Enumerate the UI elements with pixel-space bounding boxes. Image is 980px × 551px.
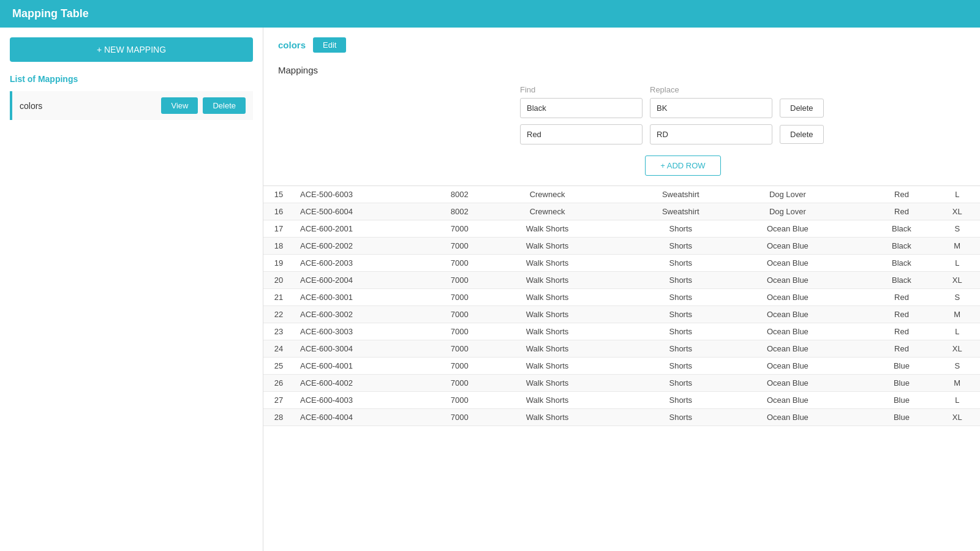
cell-color: Red	[869, 323, 934, 340]
table-row: 26 ACE-600-4002 7000 Walk Shorts Shorts …	[263, 375, 980, 392]
mapping-list-item: colors View Delete	[10, 91, 253, 120]
cell-style: Walk Shorts	[491, 289, 605, 306]
cell-sku: ACE-500-6004	[294, 203, 429, 220]
cell-col8	[843, 323, 869, 340]
cell-sku: ACE-600-4002	[294, 375, 429, 392]
cell-col8	[843, 203, 869, 220]
cell-num: 27	[263, 392, 294, 409]
cell-style: Walk Shorts	[491, 255, 605, 272]
cell-type: Sweatshirt	[630, 203, 732, 220]
new-mapping-button[interactable]: + NEW MAPPING	[10, 37, 253, 62]
cell-color: Black	[869, 220, 934, 238]
cell-col5	[604, 203, 629, 220]
cell-code: 7000	[429, 323, 491, 340]
cell-sku: ACE-600-4001	[294, 358, 429, 375]
mapping-row-1: Delete	[520, 124, 965, 144]
cell-type: Shorts	[630, 409, 732, 426]
cell-theme: Ocean Blue	[732, 323, 843, 340]
cell-type: Shorts	[630, 340, 732, 358]
cell-size: M	[935, 306, 980, 323]
cell-size: XL	[935, 272, 980, 289]
cell-style: Walk Shorts	[491, 238, 605, 255]
cell-sku: ACE-600-3002	[294, 306, 429, 323]
cell-color: Blue	[869, 409, 934, 426]
table-row: 20 ACE-600-2004 7000 Walk Shorts Shorts …	[263, 272, 980, 289]
delete-mapping-button[interactable]: Delete	[203, 97, 246, 114]
cell-col5	[604, 306, 629, 323]
cell-theme: Ocean Blue	[732, 409, 843, 426]
cell-style: Walk Shorts	[491, 306, 605, 323]
delete-row-1-button[interactable]: Delete	[780, 125, 824, 144]
cell-color: Blue	[869, 375, 934, 392]
mapping-row-0: Delete	[520, 98, 965, 118]
table-row: 17 ACE-600-2001 7000 Walk Shorts Shorts …	[263, 220, 980, 238]
cell-col8	[843, 409, 869, 426]
cell-code: 7000	[429, 392, 491, 409]
table-row: 23 ACE-600-3003 7000 Walk Shorts Shorts …	[263, 323, 980, 340]
cell-code: 7000	[429, 255, 491, 272]
cell-sku: ACE-600-4004	[294, 409, 429, 426]
cell-size: L	[935, 255, 980, 272]
cell-col5	[604, 272, 629, 289]
cell-col8	[843, 375, 869, 392]
replace-input-1[interactable]	[650, 124, 772, 144]
cell-style: Walk Shorts	[491, 409, 605, 426]
cell-style: Walk Shorts	[491, 272, 605, 289]
cell-theme: Ocean Blue	[732, 392, 843, 409]
cell-style: Walk Shorts	[491, 340, 605, 358]
cell-code: 7000	[429, 340, 491, 358]
table-row: 24 ACE-600-3004 7000 Walk Shorts Shorts …	[263, 340, 980, 358]
mappings-section-title: Mappings	[278, 65, 965, 75]
cell-num: 19	[263, 255, 294, 272]
cell-num: 23	[263, 323, 294, 340]
sidebar: + NEW MAPPING List of Mappings colors Vi…	[0, 28, 263, 551]
table-row: 21 ACE-600-3001 7000 Walk Shorts Shorts …	[263, 289, 980, 306]
cell-num: 15	[263, 186, 294, 203]
cell-num: 25	[263, 358, 294, 375]
cell-color: Blue	[869, 358, 934, 375]
cell-code: 7000	[429, 220, 491, 238]
cell-sku: ACE-500-6003	[294, 186, 429, 203]
cell-theme: Ocean Blue	[732, 289, 843, 306]
view-mapping-button[interactable]: View	[161, 97, 198, 114]
add-row-button[interactable]: + ADD ROW	[645, 156, 720, 176]
cell-num: 18	[263, 238, 294, 255]
table-row: 18 ACE-600-2002 7000 Walk Shorts Shorts …	[263, 238, 980, 255]
cell-color: Blue	[869, 392, 934, 409]
find-input-0[interactable]	[520, 98, 643, 118]
delete-row-0-button[interactable]: Delete	[780, 99, 824, 118]
cell-num: 21	[263, 289, 294, 306]
cell-code: 7000	[429, 375, 491, 392]
find-input-1[interactable]	[520, 124, 643, 144]
table-row: 25 ACE-600-4001 7000 Walk Shorts Shorts …	[263, 358, 980, 375]
right-panel: colors Edit Mappings Find Replace Delete…	[263, 28, 980, 551]
replace-input-0[interactable]	[650, 98, 772, 118]
cell-col8	[843, 255, 869, 272]
data-table-container[interactable]: 15 ACE-500-6003 8002 Crewneck Sweatshirt…	[263, 186, 980, 551]
cell-type: Shorts	[630, 375, 732, 392]
cell-style: Walk Shorts	[491, 220, 605, 238]
cell-color: Black	[869, 255, 934, 272]
table-row: 28 ACE-600-4004 7000 Walk Shorts Shorts …	[263, 409, 980, 426]
detail-header: colors Edit	[278, 37, 965, 53]
cell-col8	[843, 220, 869, 238]
cell-num: 26	[263, 375, 294, 392]
main-layout: + NEW MAPPING List of Mappings colors Vi…	[0, 28, 980, 551]
cell-col8	[843, 186, 869, 203]
cell-code: 7000	[429, 306, 491, 323]
table-row: 27 ACE-600-4003 7000 Walk Shorts Shorts …	[263, 392, 980, 409]
cell-color: Black	[869, 272, 934, 289]
add-row-container: + ADD ROW	[401, 151, 965, 176]
cell-type: Shorts	[630, 220, 732, 238]
cell-theme: Ocean Blue	[732, 255, 843, 272]
cell-sku: ACE-600-2003	[294, 255, 429, 272]
cell-theme: Ocean Blue	[732, 340, 843, 358]
cell-color: Red	[869, 306, 934, 323]
mapping-detail: colors Edit Mappings Find Replace Delete…	[263, 28, 980, 186]
cell-theme: Dog Lover	[732, 203, 843, 220]
cell-num: 28	[263, 409, 294, 426]
cell-sku: ACE-600-4003	[294, 392, 429, 409]
cell-col5	[604, 220, 629, 238]
edit-button[interactable]: Edit	[313, 37, 346, 53]
find-column-label: Find	[520, 85, 643, 94]
